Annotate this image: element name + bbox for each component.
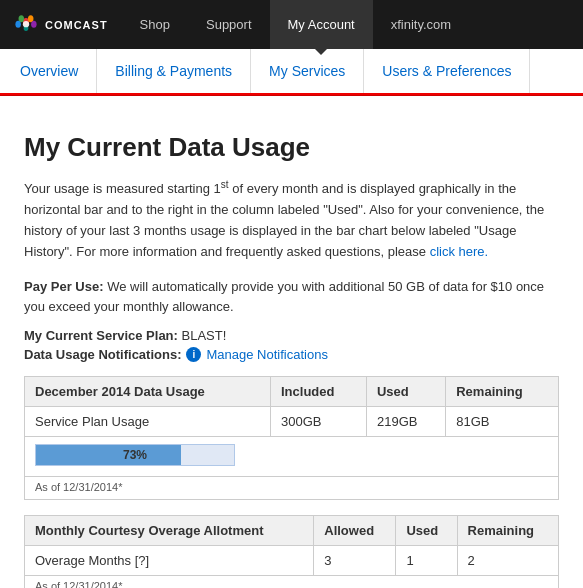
table-row: Overage Months [?] 3 1 2 bbox=[25, 546, 559, 576]
top-nav-support[interactable]: Support bbox=[188, 0, 270, 49]
sub-navigation: Overview Billing & Payments My Services … bbox=[0, 49, 583, 95]
notifications-row: Data Usage Notifications: i Manage Notif… bbox=[24, 347, 559, 362]
sub-nav-overview[interactable]: Overview bbox=[20, 49, 97, 93]
progress-bar-row: 73% bbox=[25, 437, 559, 477]
progress-bar-container: 73% bbox=[35, 444, 235, 466]
main-content: My Current Data Usage Your usage is meas… bbox=[0, 112, 583, 588]
service-plan-label: My Current Service Plan: bbox=[24, 328, 178, 343]
service-plan-info: My Current Service Plan: BLAST! bbox=[24, 328, 559, 343]
top-nav-shop[interactable]: Shop bbox=[122, 0, 188, 49]
logo-text: COMCAST bbox=[45, 19, 108, 31]
table2-col-used: Used bbox=[396, 516, 457, 546]
table-row: Service Plan Usage 300GB 219GB 81GB bbox=[25, 407, 559, 437]
overage-remaining: 2 bbox=[457, 546, 558, 576]
notifications-label: Data Usage Notifications: bbox=[24, 347, 181, 362]
service-plan-remaining: 81GB bbox=[446, 407, 559, 437]
overage-used: 1 bbox=[396, 546, 457, 576]
table1-col-remaining: Remaining bbox=[446, 377, 559, 407]
service-plan-included: 300GB bbox=[271, 407, 367, 437]
table2-header-row: Monthly Courtesy Overage Allotment Allow… bbox=[25, 516, 559, 546]
svg-point-2 bbox=[15, 20, 20, 27]
top-nav-links: Shop Support My Account xfinity.com bbox=[122, 0, 583, 49]
top-nav-xfinity[interactable]: xfinity.com bbox=[373, 0, 469, 49]
info-icon[interactable]: i bbox=[186, 347, 201, 362]
overage-allowed: 3 bbox=[314, 546, 396, 576]
overage-months-label: Overage Months [?] bbox=[25, 546, 314, 576]
peacock-icon bbox=[14, 14, 38, 36]
progress-label: 73% bbox=[123, 448, 147, 462]
pay-per-use-text: Pay Per Use: We will automatically provi… bbox=[24, 277, 559, 319]
sub-nav-billing[interactable]: Billing & Payments bbox=[97, 49, 251, 93]
table1-col-used: Used bbox=[366, 377, 445, 407]
table1-col-included: Included bbox=[271, 377, 367, 407]
table1-header-row: December 2014 Data Usage Included Used R… bbox=[25, 377, 559, 407]
overage-table: Monthly Courtesy Overage Allotment Allow… bbox=[24, 515, 559, 576]
service-plan-used: 219GB bbox=[366, 407, 445, 437]
click-here-link[interactable]: click here. bbox=[430, 244, 489, 259]
table2-col-allowed: Allowed bbox=[314, 516, 396, 546]
table2-header-label: Monthly Courtesy Overage Allotment bbox=[25, 516, 314, 546]
description-text: Your usage is measured starting 1st of e… bbox=[24, 177, 559, 263]
table1-header-label: December 2014 Data Usage bbox=[25, 377, 271, 407]
logo-area: COMCAST bbox=[0, 14, 122, 36]
table2-as-of: As of 12/31/2014* bbox=[24, 576, 559, 588]
service-plan-usage-label: Service Plan Usage bbox=[25, 407, 271, 437]
service-plan-value: BLAST! bbox=[182, 328, 227, 343]
data-usage-table: December 2014 Data Usage Included Used R… bbox=[24, 376, 559, 477]
table1-as-of: As of 12/31/2014* bbox=[24, 477, 559, 500]
top-navigation: COMCAST Shop Support My Account xfinity.… bbox=[0, 0, 583, 49]
svg-point-6 bbox=[23, 21, 29, 27]
table2-col-remaining: Remaining bbox=[457, 516, 558, 546]
sub-nav-users[interactable]: Users & Preferences bbox=[364, 49, 530, 93]
svg-point-4 bbox=[31, 20, 37, 27]
page-title: My Current Data Usage bbox=[24, 132, 559, 163]
top-nav-myaccount[interactable]: My Account bbox=[270, 0, 373, 49]
manage-notifications-link[interactable]: Manage Notifications bbox=[206, 347, 327, 362]
progress-cell: 73% bbox=[25, 437, 559, 477]
section-divider bbox=[0, 95, 583, 96]
progress-bar-fill bbox=[36, 445, 181, 465]
sub-nav-services[interactable]: My Services bbox=[251, 49, 364, 93]
